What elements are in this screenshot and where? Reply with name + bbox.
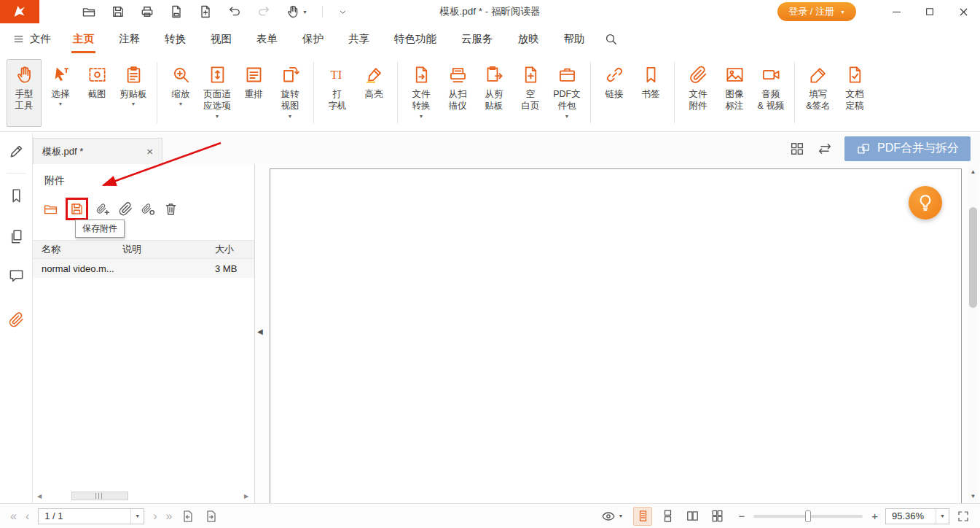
select-tool[interactable]: 选择 ▼ bbox=[43, 59, 78, 127]
zoom-slider-thumb[interactable] bbox=[805, 510, 811, 522]
typewriter-tool[interactable]: 打 字机 ▼ bbox=[320, 59, 355, 127]
chevron-down-icon[interactable]: ▼ bbox=[58, 101, 63, 106]
menu-tab[interactable]: 共享 bbox=[348, 23, 369, 55]
scroll-up-icon[interactable]: ▲ bbox=[968, 168, 978, 175]
scroll-right-icon[interactable]: ▶ bbox=[242, 493, 251, 500]
highlight-tool[interactable]: 高亮 ▼ bbox=[356, 59, 391, 127]
previous-view-icon[interactable] bbox=[181, 509, 195, 524]
finalize-document-tool[interactable]: 文档 定稿 ▼ bbox=[837, 59, 872, 127]
collapse-panel-handle[interactable]: ◀ bbox=[257, 327, 263, 335]
vertical-scrollbar[interactable]: ▲ ▼ bbox=[968, 167, 978, 501]
rotate-view-tool[interactable]: 旋转 视图 ▼ bbox=[273, 59, 307, 127]
menu-tab[interactable]: 云服务 bbox=[461, 23, 493, 55]
search-icon[interactable] bbox=[604, 32, 618, 46]
blank-page-tool[interactable]: 空 白页 ▼ bbox=[513, 59, 548, 127]
assistant-lightbulb-button[interactable] bbox=[909, 186, 942, 220]
facing-view-icon[interactable] bbox=[683, 507, 702, 526]
prev-page-button[interactable]: ‹ bbox=[26, 510, 29, 522]
view-mode-eye-button[interactable]: ▼ bbox=[601, 509, 624, 524]
pdf-page[interactable] bbox=[270, 168, 962, 504]
column-header-description[interactable]: 说明 bbox=[122, 243, 215, 256]
bookmarks-nav-icon[interactable] bbox=[8, 187, 25, 204]
chevron-down-icon[interactable]: ▼ bbox=[130, 509, 144, 524]
close-button[interactable] bbox=[946, 0, 980, 23]
attach-file-icon[interactable] bbox=[118, 201, 133, 217]
redo-icon[interactable]: ▼ bbox=[256, 4, 271, 19]
zoom-tool[interactable]: 缩放 ▼ bbox=[163, 59, 198, 127]
pdf-portfolio-tool[interactable]: PDF文 件包 ▼ bbox=[549, 59, 584, 127]
continuous-view-icon[interactable] bbox=[658, 507, 677, 526]
file-menu[interactable]: 文件 bbox=[13, 32, 51, 46]
undo-icon[interactable]: ▼ bbox=[227, 4, 242, 19]
scroll-left-icon[interactable]: ◀ bbox=[35, 493, 44, 500]
from-scanner-tool[interactable]: 从扫 描仪 ▼ bbox=[440, 59, 475, 127]
fullscreen-icon[interactable] bbox=[957, 510, 970, 523]
from-clipboard-tool[interactable]: 从剪 贴板 ▼ bbox=[477, 59, 511, 127]
hand-tool-quick-icon[interactable]: ▼ bbox=[286, 4, 307, 19]
clipboard-tool[interactable]: 剪贴板 ▼ bbox=[116, 59, 151, 127]
page-number-combo[interactable]: 1 / 1 ▼ bbox=[38, 508, 144, 524]
chevron-down-icon[interactable]: ▼ bbox=[565, 114, 570, 119]
add-attachment-icon[interactable] bbox=[95, 201, 111, 217]
menu-tab[interactable]: 保护 bbox=[302, 23, 324, 55]
link-tool[interactable]: 链接 ▼ bbox=[597, 59, 632, 127]
snapshot-tool[interactable]: 截图 ▼ bbox=[79, 59, 114, 127]
next-page-button[interactable]: › bbox=[153, 510, 157, 522]
column-header-name[interactable]: 名称 bbox=[33, 243, 122, 256]
zoom-out-button[interactable]: − bbox=[738, 510, 745, 522]
fill-sign-tool[interactable]: 填写 &签名 ▼ bbox=[801, 59, 836, 127]
print-icon[interactable]: ▼ bbox=[140, 4, 154, 19]
chevron-down-icon[interactable]: ▼ bbox=[936, 509, 949, 524]
reflow-tool[interactable]: 重排 ▼ bbox=[236, 59, 271, 127]
menu-tab[interactable]: 转换 bbox=[165, 23, 186, 55]
attachments-nav-icon[interactable] bbox=[8, 311, 25, 328]
pdf-merge-split-button[interactable]: PDF合并与拆分 bbox=[844, 136, 971, 161]
scrollbar-track[interactable] bbox=[44, 492, 242, 500]
create-pdf-icon[interactable]: ▼ bbox=[198, 4, 213, 19]
save-attachment-icon[interactable] bbox=[66, 198, 88, 220]
menu-tab[interactable]: 主页 bbox=[73, 23, 94, 55]
chevron-down-icon[interactable]: ▼ bbox=[179, 101, 184, 106]
scroll-down-icon[interactable]: ▼ bbox=[968, 493, 978, 500]
quick-print-icon[interactable]: ▼ bbox=[169, 4, 184, 19]
customize-quick-access-icon[interactable] bbox=[337, 7, 348, 18]
save-icon[interactable]: ▼ bbox=[111, 4, 125, 19]
next-view-icon[interactable] bbox=[204, 509, 219, 524]
hand-tool[interactable]: 手型 工具 ▼ bbox=[7, 59, 42, 127]
menu-tab[interactable]: 帮助 bbox=[564, 23, 585, 55]
login-register-button[interactable]: 登录 / 注册 ▼ bbox=[777, 2, 856, 21]
menu-tab[interactable]: 表单 bbox=[256, 23, 278, 55]
tab-grid-icon[interactable] bbox=[789, 141, 805, 157]
document-tab[interactable]: 模板.pdf * × bbox=[33, 138, 162, 164]
zoom-level-combo[interactable]: 95.36% ▼ bbox=[885, 508, 949, 524]
image-annotation-tool[interactable]: 图像 标注 ▼ bbox=[717, 59, 752, 127]
scrollbar-thumb[interactable] bbox=[71, 492, 128, 500]
last-page-button[interactable]: » bbox=[166, 510, 173, 522]
attachment-settings-icon[interactable] bbox=[141, 201, 156, 217]
continuous-facing-view-icon[interactable] bbox=[707, 507, 726, 526]
open-attachment-icon[interactable] bbox=[43, 201, 58, 217]
chevron-down-icon[interactable]: ▼ bbox=[215, 114, 220, 119]
minimize-button[interactable] bbox=[879, 0, 913, 23]
tab-switch-icon[interactable] bbox=[817, 141, 833, 157]
zoom-slider[interactable] bbox=[753, 515, 863, 518]
annotate-nav-icon[interactable] bbox=[8, 143, 25, 160]
bookmark-tool[interactable]: 书签 ▼ bbox=[633, 59, 668, 127]
menu-tab[interactable]: 特色功能 bbox=[394, 23, 436, 55]
comments-nav-icon[interactable] bbox=[8, 268, 25, 284]
pages-nav-icon[interactable] bbox=[8, 228, 25, 245]
chevron-down-icon[interactable]: ▼ bbox=[302, 9, 307, 15]
vertical-scrollbar-thumb[interactable] bbox=[969, 207, 977, 308]
menu-tab[interactable]: 视图 bbox=[211, 23, 232, 55]
chevron-down-icon[interactable]: ▼ bbox=[131, 101, 136, 106]
file-convert-tool[interactable]: 文件 转换 ▼ bbox=[404, 59, 439, 127]
app-logo[interactable] bbox=[0, 0, 39, 23]
chevron-down-icon[interactable]: ▼ bbox=[288, 114, 293, 119]
file-attachment-tool[interactable]: 文件 附件 ▼ bbox=[681, 59, 716, 127]
panel-horizontal-scrollbar[interactable]: ◀ ▶ bbox=[35, 491, 251, 501]
menu-tab[interactable]: 注释 bbox=[119, 23, 140, 55]
zoom-in-button[interactable]: + bbox=[871, 510, 878, 522]
single-page-view-icon[interactable] bbox=[633, 507, 652, 526]
page-fit-options-tool[interactable]: 页面适 应选项 ▼ bbox=[200, 59, 235, 127]
open-file-icon[interactable]: ▼ bbox=[82, 4, 96, 19]
